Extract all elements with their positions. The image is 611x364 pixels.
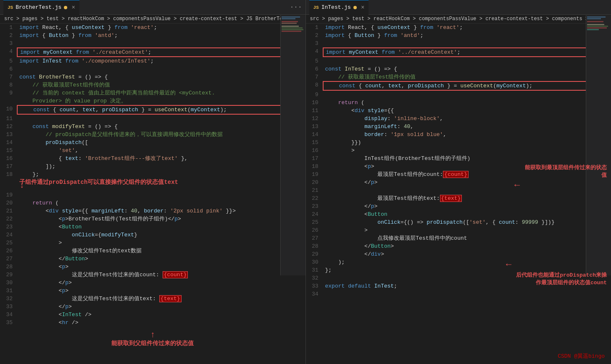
tab-modified-dot <box>64 6 67 9</box>
code-line: 28 <p> <box>0 263 306 271</box>
code-line: Provider> 的 value prop 决定。 <box>0 97 306 105</box>
code-line: 10 const { count, text, proDispatch } = … <box>0 105 306 115</box>
code-line: 8 const { count, text, proDispatch } = u… <box>306 81 611 91</box>
code-line: 13 marginLeft: 40, <box>306 123 611 131</box>
code-line: 29 这是父组件Test传过来的值count: {count} <box>0 271 306 279</box>
code-line: 11 <box>0 115 306 123</box>
breadcrumb-text-right: src > pages > test > reactHookCom > comp… <box>310 16 611 22</box>
code-line: 11 <div style={{ <box>306 107 611 115</box>
more-tabs-button[interactable]: ··· <box>290 3 302 11</box>
code-line: 3 <box>306 39 611 47</box>
code-line: 5 <box>306 57 611 65</box>
code-line: 22 最顶层Test组件的text:{text} <box>306 194 611 202</box>
code-line: 26 修改父组件Test的text数据 <box>0 247 306 255</box>
tab-intest[interactable]: JS InTest.js × <box>309 0 369 15</box>
breadcrumb-text: src > pages > test > reactHookCom > comp… <box>4 16 306 22</box>
tab-brothertest[interactable]: JS BrotherTest.js × <box>3 0 79 15</box>
annotation-area: 子组件通过proDispatch可以直接操作父组件的状态值text ↓ <box>0 178 306 191</box>
code-line: 2 import { Button } from 'antd'; <box>306 31 611 39</box>
left-tab-bar: JS BrotherTest.js × ··· <box>0 0 306 15</box>
code-line: 33 </p> <box>0 303 306 311</box>
code-line: 35 <hr /> <box>0 319 306 327</box>
annotation-right-top: 能获取到最顶层组件传过来的状态值 ← <box>523 164 607 192</box>
code-line: 9 // 当前的 context 值由上层组件中距离当前组件最近的 <myCon… <box>0 89 306 97</box>
code-line: 24 <Button <box>306 210 611 218</box>
code-line: 18 }; <box>0 170 306 178</box>
bottom-text-left: 能获取到父组件传过来的状态值 <box>0 340 306 347</box>
code-line: 21 <div style={{ marginLeft: 40, border:… <box>0 207 306 215</box>
code-line: 19 <box>0 191 306 199</box>
right-pane: JS InTest.js × src > pages > test > reac… <box>306 0 611 364</box>
code-line: 26 > <box>306 226 611 234</box>
code-line: 34 <box>306 290 611 298</box>
code-line: 9 <box>306 91 611 99</box>
left-breadcrumb: src > pages > test > reactHookCom > comp… <box>0 15 306 24</box>
editor-container: JS BrotherTest.js × ··· src > pages > te… <box>0 0 611 364</box>
right-tab-bar: JS InTest.js × <box>306 0 611 15</box>
code-line: 22 <p>BrotherTest组件(Test组件的子组件)</p> <box>0 215 306 223</box>
minimap-left <box>280 15 306 275</box>
code-line: 10 return ( <box>306 99 611 107</box>
code-line: 15 }}) <box>306 139 611 147</box>
code-line: 27 点我修改最顶层Test组件中的count <box>306 234 611 242</box>
right-code-area[interactable]: 1 import React, { useContext } from 'rea… <box>306 24 611 364</box>
arrow-down-icon: ↑ <box>0 330 306 340</box>
code-line: 23 </p> <box>306 202 611 210</box>
code-line: 5 import InTest from './components/InTes… <box>0 57 306 65</box>
code-line: 31 <p> <box>0 287 306 295</box>
right-breadcrumb: src > pages > test > reactHookCom > comp… <box>306 15 611 24</box>
code-line: 1 import React, { useContext } from 'rea… <box>0 24 306 31</box>
code-line: 4 import myContext from './createContext… <box>0 47 306 57</box>
code-line: 25 onClick={() => proDispatch(['set', { … <box>306 218 611 226</box>
code-line: 16 { text: 'BrotherTest组件---修改了text' }, <box>0 155 306 162</box>
code-line: 24 onClick={modifyText} <box>0 231 306 239</box>
code-line: 20 return ( <box>0 199 306 207</box>
js-icon-right: JS <box>313 5 319 10</box>
code-line: 14 proDispatch([ <box>0 139 306 147</box>
code-line: 23 <Button <box>0 223 306 231</box>
minimap-right <box>586 15 611 275</box>
code-line: 27 </Button> <box>0 255 306 263</box>
code-line: 13 // proDispatch是父组件传进来的，可以直接调用修改父组件中的数… <box>0 131 306 139</box>
tab-modified-dot-right <box>353 6 357 9</box>
js-icon: JS <box>8 5 13 10</box>
left-code-area[interactable]: 1 import React, { useContext } from 'rea… <box>0 24 306 364</box>
code-line: 34 <InTest /> <box>0 311 306 319</box>
bottom-annotation-left: ↑ 能获取到父组件传过来的状态值 <box>0 327 306 349</box>
tab-close-right-button[interactable]: × <box>361 4 364 11</box>
code-line: 15 'set', <box>0 147 306 155</box>
code-line: 2 import { Button } from 'antd'; <box>0 31 306 39</box>
code-line: 12 display: 'inline-block', <box>306 115 611 123</box>
annotation-right-bottom: ← 后代组件也能通过proDispatch来操作最顶层组件的状态值count <box>514 259 607 287</box>
code-line: 12 const modifyText = () => { <box>0 123 306 131</box>
code-line: 3 <box>0 39 306 47</box>
code-line: 17 ]); <box>0 162 306 170</box>
code-line: 4 import myContext from '../createContex… <box>306 47 611 57</box>
code-line: 30 </p> <box>0 279 306 287</box>
code-line: 7 const BrotherTest = () => { <box>0 73 306 81</box>
csdn-watermark: CSDN @翼遥bingo <box>558 352 605 360</box>
annotation-prodispatch: 子组件通过proDispatch可以直接操作父组件的状态值text <box>19 178 178 186</box>
tab-brothertest-label: BrotherTest.js <box>16 4 61 10</box>
code-line: 17 InTest组件(BrotherTest组件的子组件) <box>306 155 611 162</box>
code-line: 7 // 获取最顶层Test组件传的值 <box>306 73 611 81</box>
code-line: 32 这是父组件Test传过来的值text: {text} <box>0 295 306 303</box>
code-line: 6 <box>0 65 306 73</box>
left-pane: JS BrotherTest.js × ··· src > pages > te… <box>0 0 306 364</box>
code-line: 29 </div> <box>306 250 611 258</box>
tab-close-button[interactable]: × <box>71 4 75 11</box>
code-line: 16 > <box>306 147 611 155</box>
code-line: 8 // 获取最顶层Test组件传的值 <box>0 81 306 89</box>
code-line: 6 const InTest = () => { <box>306 65 611 73</box>
code-line: 28 </Button> <box>306 242 611 250</box>
code-line: 1 import React, { useContext } from 'rea… <box>306 24 611 31</box>
tab-intest-label: InTest.js <box>321 4 351 10</box>
code-line: 14 border: '1px solid blue', <box>306 131 611 139</box>
code-line: 25 > <box>0 239 306 247</box>
